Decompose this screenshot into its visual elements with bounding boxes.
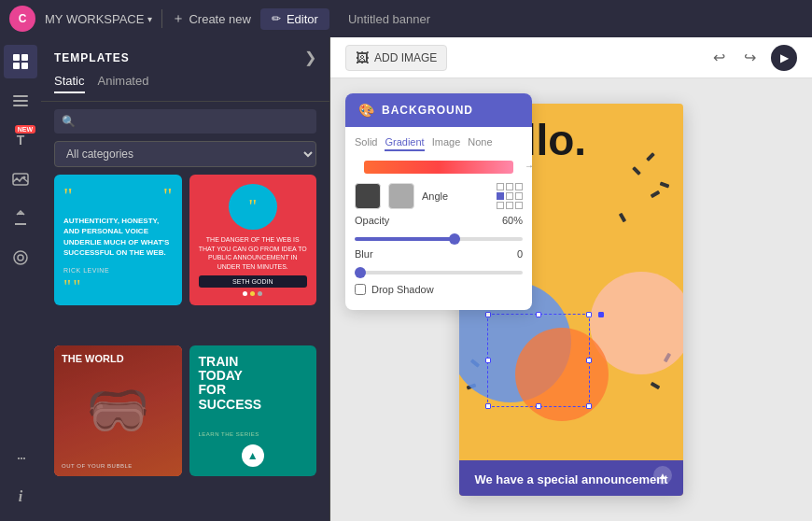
- banner-title: Untitled banner: [348, 12, 430, 26]
- upload-icon: [12, 210, 29, 227]
- bg-tab-gradient[interactable]: Gradient: [385, 134, 424, 151]
- undo-button[interactable]: ↩: [709, 45, 729, 70]
- logo-text: C: [19, 12, 27, 25]
- svg-rect-5: [13, 100, 28, 102]
- card4-subtitle: LEARN THE SERIES: [199, 431, 308, 437]
- category-wrapper: All categories: [41, 141, 329, 175]
- handle-mr[interactable]: [515, 192, 523, 200]
- svg-point-8: [23, 176, 26, 179]
- world-overlay: [54, 345, 182, 476]
- add-image-icon: 🖼: [356, 50, 369, 65]
- play-icon: ▶: [780, 51, 789, 64]
- opacity-slider[interactable]: [355, 237, 523, 241]
- swatch-dark[interactable]: [355, 183, 381, 209]
- template-card-1[interactable]: " " AUTHENTICITY, HONESTY, AND PERSONAL …: [54, 175, 182, 305]
- svg-rect-4: [13, 95, 28, 97]
- editor-button[interactable]: ✏ Editor: [260, 8, 329, 30]
- search-input[interactable]: [54, 109, 316, 134]
- sidebar-item-upload[interactable]: [4, 202, 37, 235]
- handle-ml[interactable]: [497, 192, 504, 200]
- card1-author: RICK LEVINE: [63, 267, 173, 274]
- dash-5: [660, 181, 670, 188]
- canvas-area: 🎨 BACKGROUND Solid Gradient Image None →: [330, 78, 812, 521]
- brand-icon: [12, 249, 29, 266]
- templates-panel: TEMPLATES ❯ Static Animated 🔍 All catego…: [41, 37, 330, 521]
- handle-tc[interactable]: [506, 183, 513, 190]
- blur-label-row: Blur 0: [355, 248, 523, 260]
- media-icon: [12, 171, 29, 188]
- tab-animated[interactable]: Animated: [98, 74, 149, 93]
- svg-rect-2: [13, 63, 20, 69]
- handle-br[interactable]: [515, 202, 523, 209]
- plus-icon: ＋: [172, 10, 185, 27]
- handle-bottomleft[interactable]: [485, 403, 491, 409]
- background-panel: 🎨 BACKGROUND Solid Gradient Image None →: [345, 93, 532, 310]
- redo-button[interactable]: ↪: [740, 45, 760, 70]
- gradient-bar[interactable]: [364, 161, 513, 174]
- handle-tl[interactable]: [497, 183, 504, 190]
- gradient-arrow-icon: →: [525, 161, 534, 171]
- sidebar-item-info[interactable]: i: [4, 480, 37, 514]
- handle-mc[interactable]: [506, 192, 513, 200]
- sidebar-item-brand[interactable]: [4, 241, 37, 275]
- dash-4: [646, 152, 655, 162]
- announcement-text: We have a special announcement: [472, 472, 670, 488]
- search-icon: 🔍: [62, 115, 76, 128]
- drop-shadow-row: Drop Shadow: [345, 280, 532, 299]
- topbar: C MY WORKSPACE ▾ ＋ Create new ✏ Editor U…: [0, 0, 812, 37]
- bg-tab-image[interactable]: Image: [432, 134, 461, 151]
- bg-tab-none[interactable]: None: [468, 134, 492, 151]
- dash-2: [651, 190, 661, 198]
- topbar-divider: [161, 9, 162, 28]
- editor-label: Editor: [287, 12, 318, 26]
- blur-label: Blur: [355, 248, 373, 260]
- template-card-2[interactable]: " THE DANGER OF THE WEB IS THAT YOU CAN …: [189, 175, 317, 305]
- sidebar-item-elements[interactable]: [4, 84, 37, 118]
- blur-value: 0: [517, 248, 523, 260]
- play-button[interactable]: ▶: [771, 45, 797, 71]
- svg-rect-1: [21, 54, 28, 61]
- create-new-button[interactable]: ＋ Create new: [172, 10, 250, 27]
- templates-close-button[interactable]: ❯: [304, 49, 316, 66]
- opacity-label: Opacity: [355, 215, 389, 226]
- sidebar-item-more[interactable]: ···: [4, 441, 37, 474]
- sidebar-item-text[interactable]: T NEW: [4, 123, 37, 157]
- handle-bc[interactable]: [506, 202, 513, 209]
- drop-shadow-label: Drop Shadow: [371, 284, 434, 295]
- template-card-3[interactable]: 🥽 THE WORLD OUT OF YOUR BUBBLE: [54, 345, 182, 476]
- bg-tabs: Solid Gradient Image None: [345, 127, 532, 155]
- templates-header: TEMPLATES ❯: [41, 37, 329, 74]
- handle-tr[interactable]: [515, 183, 523, 190]
- drop-shadow-checkbox[interactable]: [355, 284, 366, 295]
- bg-panel-header: 🎨 BACKGROUND: [345, 93, 532, 127]
- dash-3: [619, 213, 626, 223]
- templates-panel-title: TEMPLATES: [54, 51, 130, 64]
- logo[interactable]: C: [9, 6, 35, 32]
- tab-static[interactable]: Static: [54, 74, 85, 93]
- add-image-label: ADD IMAGE: [374, 51, 437, 64]
- blur-slider[interactable]: [355, 271, 523, 275]
- dash-7: [651, 382, 661, 389]
- sidebar-item-templates[interactable]: [4, 45, 37, 78]
- add-image-button[interactable]: 🖼 ADD IMAGE: [345, 45, 447, 71]
- bg-tab-solid[interactable]: Solid: [355, 134, 377, 151]
- content-toolbar: 🖼 ADD IMAGE ↩ ↪ ▶: [330, 37, 812, 78]
- create-label: Create new: [189, 12, 250, 26]
- bg-panel-icon: 🎨: [358, 103, 374, 118]
- template-card-4[interactable]: TRAINTODAYFORSUCCESS LEARN THE SERIES ▲: [189, 345, 317, 476]
- new-badge: NEW: [15, 125, 35, 134]
- svg-point-9: [14, 251, 27, 264]
- text-tool-icon: T: [17, 133, 25, 148]
- content-area: 🖼 ADD IMAGE ↩ ↪ ▶ 🎨 BACKGROUND Solid Gra…: [330, 37, 812, 521]
- svg-rect-6: [13, 105, 28, 106]
- swatch-gray[interactable]: [388, 183, 414, 209]
- handle-bl[interactable]: [497, 202, 504, 209]
- opacity-label-row: Opacity 60%: [355, 215, 523, 226]
- chevron-up-icon[interactable]: ▲: [653, 466, 672, 485]
- sidebar-item-media[interactable]: [4, 162, 37, 196]
- card4-button[interactable]: ▲: [242, 444, 264, 467]
- workspace-menu[interactable]: MY WORKSPACE ▾: [45, 12, 152, 26]
- pencil-icon: ✏: [272, 12, 281, 25]
- templates-tabs: Static Animated: [41, 74, 329, 102]
- category-select[interactable]: All categories: [54, 141, 316, 167]
